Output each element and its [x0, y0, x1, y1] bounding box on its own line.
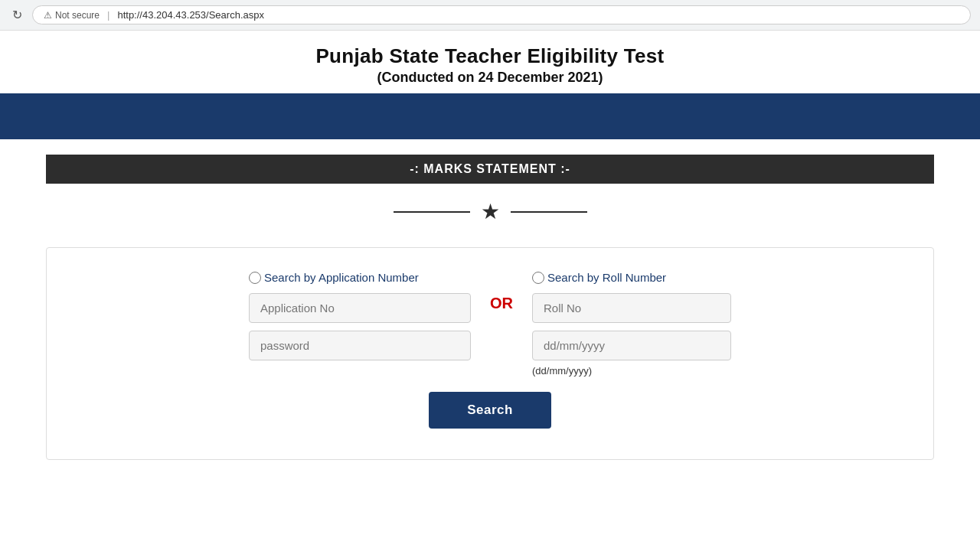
search-btn-row: Search [77, 392, 903, 429]
not-secure-label: Not secure [55, 10, 100, 21]
roll-number-radio-group: Search by Roll Number [532, 271, 731, 284]
divider-line-right [511, 211, 587, 213]
date-hint: (dd/mm/yyyy) [532, 365, 731, 377]
marks-header: -: MARKS STATEMENT :- [46, 155, 934, 184]
roll-no-input[interactable] [532, 293, 731, 323]
main-content: -: MARKS STATEMENT :- ★ Search by Applic… [0, 139, 980, 475]
left-fields [249, 293, 471, 360]
site-header: Punjab State Teacher Eligibility Test (C… [0, 31, 980, 86]
or-column: OR [471, 293, 532, 312]
refresh-icon[interactable]: ↻ [9, 8, 24, 23]
url-text: http://43.204.43.253/Search.aspx [117, 9, 264, 21]
search-by-roll-radio[interactable] [532, 272, 544, 284]
right-fields: (dd/mm/yyyy) [532, 293, 731, 377]
search-container: Search by Application Number Search by R… [46, 247, 934, 460]
address-bar[interactable]: ⚠ Not secure | http://43.204.43.253/Sear… [32, 5, 971, 24]
page-content: Punjab State Teacher Eligibility Test (C… [0, 31, 980, 475]
password-input[interactable] [249, 331, 471, 360]
form-fields-row: OR (dd/mm/yyyy) [77, 293, 903, 377]
star-icon: ★ [481, 199, 500, 224]
radio-row: Search by Application Number Search by R… [77, 271, 903, 284]
warning-icon: ⚠ [44, 10, 52, 21]
search-button[interactable]: Search [429, 392, 551, 429]
blue-banner [0, 93, 980, 139]
search-by-app-label[interactable]: Search by Application Number [249, 271, 419, 284]
or-text: OR [490, 295, 513, 312]
search-by-roll-label[interactable]: Search by Roll Number [532, 271, 666, 284]
url-separator: | [107, 9, 109, 21]
browser-bar: ↻ ⚠ Not secure | http://43.204.43.253/Se… [0, 0, 980, 31]
site-title: Punjab State Teacher Eligibility Test [0, 44, 980, 68]
star-divider: ★ [46, 199, 934, 224]
site-subtitle: (Conducted on 24 December 2021) [0, 70, 980, 86]
app-number-radio-group: Search by Application Number [249, 271, 471, 284]
divider-line-left [394, 211, 470, 213]
search-by-app-radio[interactable] [249, 272, 261, 284]
application-no-input[interactable] [249, 293, 471, 323]
not-secure-indicator: ⚠ Not secure [44, 10, 100, 21]
dob-input[interactable] [532, 331, 731, 360]
